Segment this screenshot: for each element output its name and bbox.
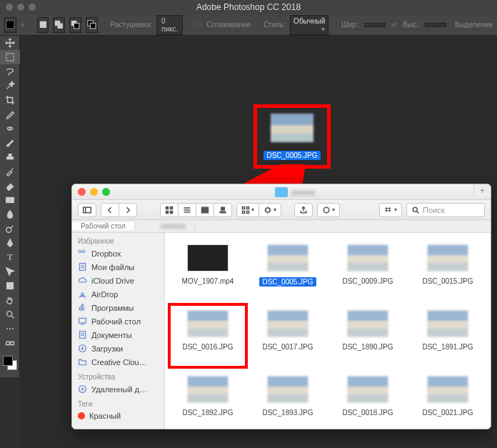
- list-view-button[interactable]: [179, 203, 196, 217]
- dragged-file-highlight: DSC_0005.JPG: [253, 104, 331, 169]
- file-thumb: [347, 244, 388, 272]
- share-button[interactable]: [294, 203, 313, 217]
- tab-other[interactable]: xxxxxxx: [135, 222, 195, 230]
- file-name: DSC_1893.JPG: [262, 409, 313, 417]
- file-item[interactable]: MOV_1907.mp4: [168, 237, 248, 303]
- color-swatches[interactable]: [0, 354, 19, 377]
- sidebar-item[interactable]: Рабочий стол: [72, 314, 164, 328]
- file-item[interactable]: DSC_0016.JPG: [168, 303, 248, 369]
- lasso-tool-icon[interactable]: [0, 64, 20, 79]
- sidebar-item[interactable]: Creative Clou…: [72, 355, 164, 369]
- minimize-dot[interactable]: [17, 4, 24, 11]
- stamp-tool-icon[interactable]: [0, 150, 20, 164]
- search-placeholder: Поиск: [423, 206, 444, 214]
- coverflow-view-button[interactable]: [214, 203, 232, 217]
- marquee-tool-icon[interactable]: [4, 17, 16, 33]
- back-button[interactable]: [101, 203, 119, 217]
- sidebar-item[interactable]: Загрузки: [72, 342, 164, 355]
- file-item[interactable]: DSC_1892.JPG: [168, 369, 248, 429]
- app-titlebar: Adobe Photoshop CC 2018: [0, 0, 497, 14]
- sidebar-section-tags: Теги: [72, 396, 164, 409]
- feather-value[interactable]: 0 пикс.: [156, 15, 183, 35]
- more-tool-icon[interactable]: ⋯: [0, 322, 20, 336]
- file-thumb: [267, 310, 308, 337]
- file-item[interactable]: DSC_0018.JPG: [328, 369, 408, 429]
- sidebar-item-label: Мои файлы: [91, 263, 134, 272]
- file-item[interactable]: DSC_1893.JPG: [248, 369, 328, 429]
- shape-tool-icon[interactable]: [0, 279, 20, 293]
- sidebar-item[interactable]: iCloud Drive: [72, 274, 164, 287]
- file-item[interactable]: DSC_0021.JPG: [408, 369, 488, 429]
- file-thumb: [347, 376, 388, 403]
- sidebar-toggle-button[interactable]: [78, 203, 96, 217]
- svg-rect-19: [166, 206, 169, 209]
- history-brush-icon[interactable]: [0, 164, 20, 179]
- zoom-button[interactable]: [102, 188, 110, 196]
- finder-window[interactable]: xxxxxx ▾ ▾ ▾ ▾ Поиск Рабочий стол xxxx: [71, 184, 491, 429]
- sidebar-item[interactable]: Программы: [72, 301, 164, 314]
- file-item[interactable]: DSC_0015.JPG: [408, 237, 488, 303]
- marquee-tool-icon[interactable]: [0, 50, 20, 64]
- zoom-dot[interactable]: [29, 4, 36, 11]
- sidebar-item[interactable]: Красный: [72, 409, 164, 422]
- arrange-button[interactable]: ▾: [236, 203, 259, 217]
- feather-label: Растушевка:: [111, 21, 152, 29]
- file-thumb: [267, 244, 308, 272]
- eyedropper-tool-icon[interactable]: [0, 107, 20, 121]
- eraser-tool-icon[interactable]: [0, 179, 20, 193]
- edit-toolbar-icon[interactable]: [0, 336, 20, 350]
- window-title-blurred: xxxxxx: [291, 188, 315, 196]
- sidebar-item[interactable]: AirDrop: [72, 287, 164, 301]
- search-field[interactable]: Поиск: [406, 203, 485, 217]
- icon-view-button[interactable]: [160, 203, 179, 217]
- type-tool-icon[interactable]: T: [0, 250, 20, 264]
- svg-rect-39: [79, 264, 85, 271]
- action-button[interactable]: ▾: [259, 203, 281, 217]
- file-name: DSC_0015.JPG: [422, 277, 473, 285]
- move-tool-icon[interactable]: [0, 36, 20, 50]
- files-grid[interactable]: MOV_1907.mp4DSC_0005.JPGDSC_0009.JPGDSC_…: [165, 233, 491, 429]
- close-dot[interactable]: [6, 4, 13, 11]
- pen-tool-icon[interactable]: [0, 236, 20, 250]
- path-tool-icon[interactable]: [0, 264, 20, 279]
- sel-add-icon[interactable]: [53, 17, 65, 33]
- window-controls[interactable]: [6, 4, 36, 11]
- file-item[interactable]: DSC_1891.JPG: [408, 303, 488, 369]
- file-item[interactable]: DSC_1890.JPG: [328, 303, 408, 369]
- finder-titlebar[interactable]: xxxxxx: [72, 184, 491, 200]
- wand-tool-icon[interactable]: [0, 79, 20, 93]
- sidebar-item[interactable]: Документы: [72, 328, 164, 342]
- blur-tool-icon[interactable]: [0, 207, 20, 221]
- column-view-button[interactable]: [196, 203, 214, 217]
- gradient-tool-icon[interactable]: [0, 193, 20, 207]
- sel-intersect-icon[interactable]: [86, 17, 98, 33]
- new-tab-button[interactable]: +: [473, 184, 491, 197]
- close-button[interactable]: [78, 188, 86, 196]
- forward-button[interactable]: [119, 203, 137, 217]
- svg-rect-10: [6, 198, 14, 203]
- crop-tool-icon[interactable]: [0, 93, 20, 107]
- tags-button[interactable]: ▾: [317, 203, 340, 217]
- dodge-tool-icon[interactable]: [0, 221, 20, 236]
- sidebar-item[interactable]: Удаленный д…: [72, 382, 164, 396]
- sel-subtract-icon[interactable]: [69, 17, 81, 33]
- selection-label[interactable]: Выделение: [455, 21, 493, 29]
- sel-new-icon[interactable]: [37, 17, 49, 33]
- sidebar-item[interactable]: Мои файлы: [72, 260, 164, 274]
- svg-rect-15: [11, 342, 14, 344]
- svg-point-37: [323, 207, 329, 213]
- svg-rect-34: [243, 211, 245, 213]
- sidebar-item[interactable]: Dropbox: [72, 247, 164, 260]
- brush-tool-icon[interactable]: [0, 136, 20, 150]
- tab-desktop[interactable]: Рабочий стол: [72, 222, 135, 230]
- file-item[interactable]: DSC_0017.JPG: [248, 303, 328, 369]
- hand-tool-icon[interactable]: [0, 293, 20, 307]
- style-select[interactable]: Обычный ▾: [290, 15, 328, 35]
- zoom-tool-icon[interactable]: [0, 307, 20, 322]
- heal-tool-icon[interactable]: [0, 121, 20, 136]
- minimize-button[interactable]: [90, 188, 98, 196]
- file-item[interactable]: DSC_0005.JPG: [248, 237, 328, 303]
- dropbox-button[interactable]: ▾: [379, 203, 402, 217]
- file-item[interactable]: DSC_0009.JPG: [328, 237, 408, 303]
- sidebar-item-label: Загрузки: [91, 344, 123, 353]
